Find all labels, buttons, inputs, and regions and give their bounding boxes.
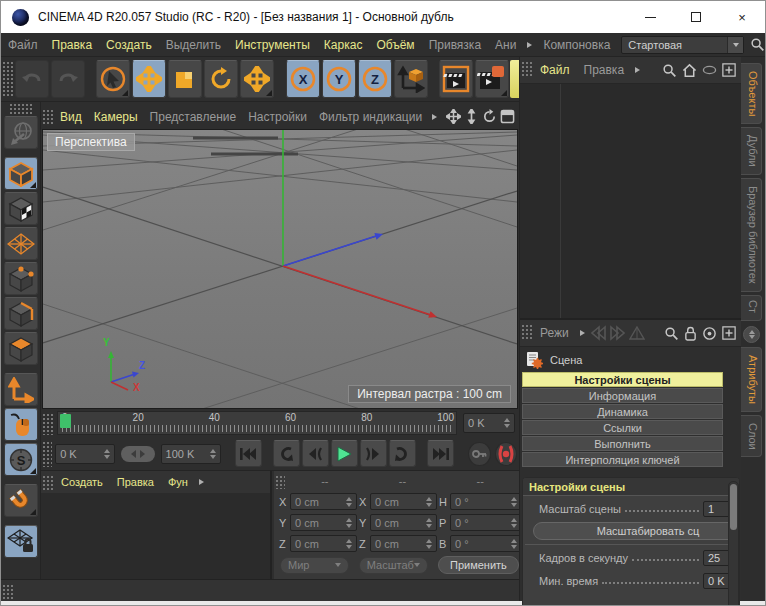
tab-scene-settings[interactable]: Настройки сцены	[522, 372, 723, 387]
spinner-arrows-icon[interactable]	[504, 418, 510, 428]
menu-file[interactable]: Файл	[1, 38, 45, 52]
next-frame-button[interactable]	[360, 440, 387, 467]
tab-structure[interactable]: Ст	[741, 295, 762, 321]
pan-view-icon[interactable]	[446, 109, 461, 124]
scale-scene-button[interactable]: Масштабировать сц	[533, 522, 740, 540]
om-add-icon[interactable]	[722, 63, 736, 77]
viewport-menu-filter[interactable]: Фильтр индикации	[313, 110, 428, 124]
make-editable-button[interactable]	[4, 116, 38, 149]
menu-edit[interactable]: Правка	[45, 38, 100, 52]
polygons-mode-button[interactable]	[4, 332, 38, 365]
current-frame-field[interactable]: 0 K	[55, 444, 115, 464]
layout-select[interactable]: Стартовая	[621, 36, 744, 54]
rot-h-field[interactable]: 0 °	[450, 493, 522, 510]
menu-volume[interactable]: Объём	[369, 38, 421, 52]
spinner-arrows-icon[interactable]	[210, 449, 216, 459]
snap-toggle-button[interactable]: S	[4, 443, 38, 476]
last-tool-button[interactable]	[240, 60, 274, 98]
scale-y-field[interactable]: 0 cm	[370, 514, 437, 531]
scale-z-field[interactable]: 0 cm	[370, 535, 437, 552]
om-menu-overflow-icon[interactable]	[635, 67, 640, 73]
close-button[interactable]: ×	[719, 1, 765, 33]
undo-button[interactable]	[15, 60, 49, 98]
status-drag-handle[interactable]	[2, 584, 13, 599]
tab-attributes[interactable]: Атрибуты	[741, 347, 762, 412]
rotate-view-icon[interactable]	[482, 109, 497, 124]
tab-references[interactable]: Ссылки	[522, 420, 723, 435]
menu-create[interactable]: Создать	[99, 38, 159, 52]
menu-overflow-icon[interactable]	[527, 42, 532, 48]
panel-splitter-handle[interactable]	[743, 326, 760, 343]
toggle-view-icon[interactable]	[500, 109, 515, 124]
attribute-object-row[interactable]: Сцена	[520, 347, 741, 372]
playhead[interactable]	[60, 414, 71, 428]
am-pyramid-icon[interactable]	[629, 326, 645, 341]
material-menu-function[interactable]: Фун	[161, 476, 195, 488]
tab-dynamics[interactable]: Динамика	[522, 404, 723, 419]
viewport-menu-options[interactable]: Настройки	[242, 110, 313, 124]
transport-drag-handle[interactable]	[42, 441, 52, 467]
redo-button[interactable]	[51, 60, 85, 98]
tab-layers[interactable]: Слои	[741, 415, 762, 458]
timeline-drag-handle[interactable]	[42, 413, 53, 435]
am-history-back-forward-icon[interactable]	[591, 325, 625, 341]
minimize-button[interactable]	[627, 1, 673, 33]
play-button[interactable]	[331, 440, 358, 467]
y-axis-lock-button[interactable]: Y	[322, 60, 356, 98]
viewport-menu-view[interactable]: Вид	[54, 110, 88, 124]
coords-drag-handle[interactable]	[275, 475, 285, 489]
pos-z-field[interactable]: 0 cm	[290, 535, 357, 552]
om-search-icon[interactable]	[662, 63, 677, 78]
om-menu-file[interactable]: Файл	[533, 63, 577, 77]
scale-tool-button[interactable]	[168, 60, 202, 98]
om-menu-edit[interactable]: Правка	[577, 63, 632, 77]
vertical-scrollbar[interactable]	[728, 481, 739, 606]
object-list-empty[interactable]	[520, 84, 741, 320]
rot-b-field[interactable]: 0 °	[450, 535, 522, 552]
viewport-canvas[interactable]: Перспектива Интервал растра : 100 cm Y Z…	[42, 129, 518, 409]
rot-p-field[interactable]: 0 °	[450, 514, 522, 531]
layout-select-arrow[interactable]	[727, 37, 743, 53]
attribute-drag-handle[interactable]	[521, 324, 532, 341]
scale-x-field[interactable]: 0 cm	[370, 493, 437, 510]
sidebar-drag-handle[interactable]	[9, 103, 33, 114]
search-icon[interactable]	[750, 37, 765, 52]
material-drag-handle[interactable]	[42, 475, 53, 490]
viewport-menu-display[interactable]: Представление	[144, 110, 243, 124]
frame-step-buttons[interactable]	[121, 446, 154, 462]
material-list-empty[interactable]	[41, 493, 270, 579]
viewport-drag-handle[interactable]	[42, 109, 53, 124]
coordinate-space-select[interactable]: Мир	[280, 557, 349, 574]
am-menu-mode[interactable]: Режи	[533, 326, 576, 340]
edges-mode-button[interactable]	[4, 297, 38, 330]
object-manager-drag-handle[interactable]	[521, 61, 532, 78]
pos-x-field[interactable]: 0 cm	[290, 493, 357, 510]
menu-tools[interactable]: Инструменты	[228, 38, 317, 52]
model-mode-button[interactable]	[4, 157, 38, 190]
maximize-button[interactable]	[673, 1, 719, 33]
move-tool-button[interactable]	[132, 60, 166, 98]
zoom-view-icon[interactable]	[464, 109, 479, 124]
lock-workplane-button[interactable]	[4, 525, 38, 558]
am-focus-icon[interactable]	[702, 326, 717, 341]
clipped-toolbar-icon[interactable]	[510, 60, 519, 98]
rotate-tool-button[interactable]	[204, 60, 238, 98]
vertical-scroll-thumb[interactable]	[730, 484, 737, 530]
tab-execute[interactable]: Выполнить	[522, 436, 723, 451]
points-mode-button[interactable]	[4, 262, 38, 295]
menu-select[interactable]: Выделить	[159, 38, 228, 52]
pos-y-field[interactable]: 0 cm	[290, 514, 357, 531]
apply-button[interactable]: Применить	[438, 556, 519, 574]
material-menu-create[interactable]: Создать	[54, 476, 110, 488]
live-selection-button[interactable]	[96, 60, 130, 98]
magnet-tool-button[interactable]	[4, 484, 38, 517]
material-menu-edit[interactable]: Правка	[110, 476, 161, 488]
tab-content-browser[interactable]: Браузер библиотек	[741, 178, 762, 292]
am-search-icon[interactable]	[664, 326, 679, 341]
coordinate-mode-select[interactable]: Масштаб	[359, 557, 428, 574]
viewport-menu-overflow-icon[interactable]	[432, 114, 437, 120]
workplane-mode-button[interactable]	[4, 227, 38, 260]
toolbar-drag-handle[interactable]	[2, 61, 13, 97]
enable-axis-button[interactable]	[4, 373, 38, 406]
spinner-arrows-icon[interactable]	[104, 449, 110, 459]
